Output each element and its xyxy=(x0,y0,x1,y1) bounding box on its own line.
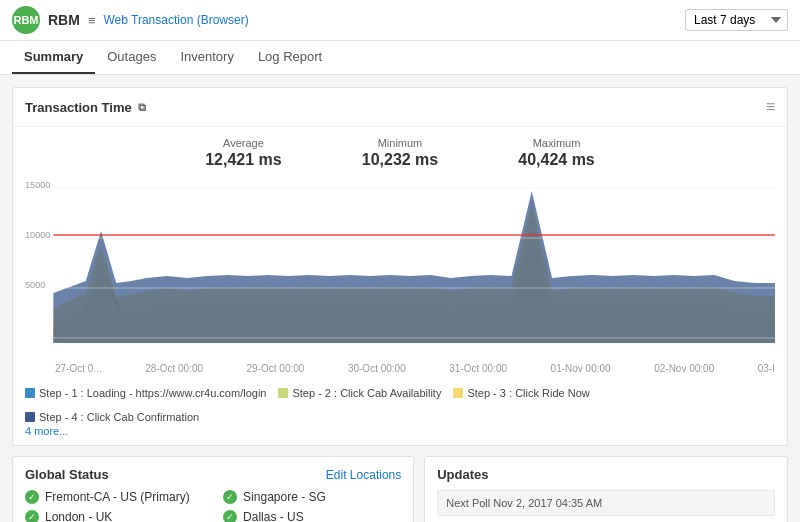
status-item-singapore: Singapore - SG xyxy=(223,490,401,504)
status-dot-london xyxy=(25,510,39,522)
main-content: Transaction Time ⧉ ≡ Average 12,421 ms M… xyxy=(0,75,800,522)
x-label-2: 29-Oct 00:00 xyxy=(247,363,305,374)
time-range-select[interactable]: Last 7 days Last 24 hours Last 30 days xyxy=(685,9,788,31)
updates-title: Updates xyxy=(437,467,775,482)
card-title-text: Transaction Time xyxy=(25,100,132,115)
global-status-panel: Global Status Edit Locations Fremont-CA … xyxy=(12,456,414,522)
legend-label-3: Step - 3 : Click Ride Now xyxy=(467,387,589,399)
card-header: Transaction Time ⧉ ≡ xyxy=(13,88,787,127)
legend-item-4: Step - 4 : Click Cab Confirmation xyxy=(25,411,199,423)
legend-color-3 xyxy=(453,388,463,398)
legend-label-2: Step - 2 : Click Cab Availability xyxy=(292,387,441,399)
status-item-fremont: Fremont-CA - US (Primary) xyxy=(25,490,203,504)
global-status-title: Global Status Edit Locations xyxy=(25,467,401,482)
legend-label-4: Step - 4 : Click Cab Confirmation xyxy=(39,411,199,423)
location-dallas: Dallas - US xyxy=(243,510,304,522)
x-label-3: 30-Oct 00:00 xyxy=(348,363,406,374)
maximum-label: Maximum xyxy=(518,137,595,149)
minimum-label: Minimum xyxy=(362,137,439,149)
app-title: RBM xyxy=(48,12,80,28)
card-menu-icon[interactable]: ≡ xyxy=(766,98,775,116)
average-value: 12,421 ms xyxy=(205,151,282,169)
legend-items: Step - 1 : Loading - https://www.cr4u.co… xyxy=(25,387,775,423)
stat-maximum: Maximum 40,424 ms xyxy=(518,137,595,169)
tab-inventory[interactable]: Inventory xyxy=(168,41,245,74)
legend-color-2 xyxy=(278,388,288,398)
status-item-london: London - UK xyxy=(25,510,203,522)
stat-average: Average 12,421 ms xyxy=(205,137,282,169)
location-singapore: Singapore - SG xyxy=(243,490,326,504)
edit-locations-link[interactable]: Edit Locations xyxy=(326,468,401,482)
bottom-row: Global Status Edit Locations Fremont-CA … xyxy=(12,456,788,522)
transaction-chart: 15000 10000 5000 xyxy=(25,173,775,358)
svg-text:10000: 10000 xyxy=(25,230,50,240)
header: RBM RBM ≡ Web Transaction (Browser) Last… xyxy=(0,0,800,41)
x-label-5: 01-Nov 00:00 xyxy=(551,363,611,374)
status-dot-singapore xyxy=(223,490,237,504)
x-label-6: 02-Nov 00:00 xyxy=(654,363,714,374)
sub-link[interactable]: Web Transaction (Browser) xyxy=(103,13,248,27)
legend-color-4 xyxy=(25,412,35,422)
legend-item-1: Step - 1 : Loading - https://www.cr4u.co… xyxy=(25,387,266,399)
location-fremont: Fremont-CA - US (Primary) xyxy=(45,490,190,504)
svg-text:15000: 15000 xyxy=(25,180,50,190)
location-london: London - UK xyxy=(45,510,112,522)
updates-panel: Updates Next Poll Nov 2, 2017 04:35 AM S… xyxy=(424,456,788,522)
status-dot-dallas xyxy=(223,510,237,522)
status-item-dallas: Dallas - US xyxy=(223,510,401,522)
expand-icon[interactable]: ⧉ xyxy=(138,101,146,114)
stat-minimum: Minimum 10,232 ms xyxy=(362,137,439,169)
updates-label: Updates xyxy=(437,467,488,482)
legend-color-1 xyxy=(25,388,35,398)
more-link[interactable]: 4 more... xyxy=(25,425,68,437)
legend-label-1: Step - 1 : Loading - https://www.cr4u.co… xyxy=(39,387,266,399)
x-label-4: 31-Oct 00:00 xyxy=(449,363,507,374)
legend-item-2: Step - 2 : Click Cab Availability xyxy=(278,387,441,399)
average-label: Average xyxy=(205,137,282,149)
status-dot-fremont xyxy=(25,490,39,504)
legend-item-3: Step - 3 : Click Ride Now xyxy=(453,387,589,399)
chart-container: 15000 10000 5000 xyxy=(13,173,787,383)
x-axis: 27-Oct 0... 28-Oct 00:00 29-Oct 00:00 30… xyxy=(25,361,775,374)
card-title: Transaction Time ⧉ xyxy=(25,100,146,115)
maximum-value: 40,424 ms xyxy=(518,151,595,169)
header-left: RBM RBM ≡ Web Transaction (Browser) xyxy=(12,6,249,34)
x-label-7: 03-I xyxy=(758,363,775,374)
status-grid: Fremont-CA - US (Primary) Singapore - SG… xyxy=(25,490,401,522)
logo: RBM xyxy=(12,6,40,34)
menu-icon[interactable]: ≡ xyxy=(88,13,96,28)
tab-outages[interactable]: Outages xyxy=(95,41,168,74)
x-label-1: 28-Oct 00:00 xyxy=(145,363,203,374)
x-label-0: 27-Oct 0... xyxy=(55,363,102,374)
poll-text: Next Poll Nov 2, 2017 04:35 AM xyxy=(437,490,775,516)
tab-summary[interactable]: Summary xyxy=(12,41,95,74)
svg-text:5000: 5000 xyxy=(25,280,45,290)
nav-tabs: Summary Outages Inventory Log Report xyxy=(0,41,800,75)
transaction-time-card: Transaction Time ⧉ ≡ Average 12,421 ms M… xyxy=(12,87,788,446)
chart-legend: Step - 1 : Loading - https://www.cr4u.co… xyxy=(13,383,787,445)
global-status-label: Global Status xyxy=(25,467,109,482)
stats-row: Average 12,421 ms Minimum 10,232 ms Maxi… xyxy=(13,127,787,173)
minimum-value: 10,232 ms xyxy=(362,151,439,169)
tab-log-report[interactable]: Log Report xyxy=(246,41,334,74)
